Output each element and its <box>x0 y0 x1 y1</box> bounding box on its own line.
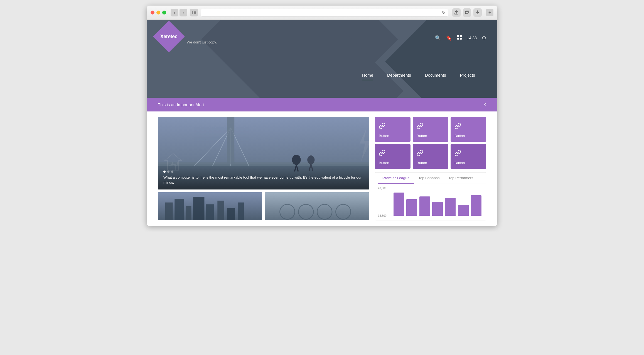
chart-y-labels: 20,000 13,500 <box>378 187 387 217</box>
svg-rect-8 <box>457 38 459 40</box>
grid-button-6-label: Button <box>454 161 465 165</box>
clock-display: 14:38 <box>467 36 477 40</box>
grid-button-5[interactable]: Button <box>413 144 448 169</box>
bookmark-icon[interactable]: 🔖 <box>446 35 452 41</box>
button-grid: Button Button Button <box>375 117 486 169</box>
svg-rect-2 <box>194 12 196 13</box>
grid-button-1[interactable]: Button <box>375 117 411 142</box>
lightning-icon <box>355 128 369 167</box>
site-nav: Home Departments Documents Projects <box>147 73 497 80</box>
grid-button-3-label: Button <box>454 134 465 138</box>
header-icons: 🔍 🔖 14:38 ⚙ <box>435 35 486 41</box>
nav-item-home[interactable]: Home <box>362 73 373 80</box>
logo-diamond: Xeretec <box>153 21 185 52</box>
svg-rect-6 <box>457 35 459 37</box>
traffic-lights <box>151 11 166 14</box>
tabs-widget: Premier League Top Bananas Top Performer… <box>375 172 486 220</box>
chart-bar-6 <box>458 205 468 216</box>
hero-dot-1[interactable] <box>163 171 166 173</box>
browser-actions <box>452 8 482 17</box>
hero-dots <box>163 171 364 173</box>
minimize-button[interactable] <box>156 11 160 14</box>
svg-point-18 <box>292 155 301 165</box>
hero-dot-3[interactable] <box>171 171 173 173</box>
grid-button-5-label: Button <box>417 161 427 165</box>
alert-bar: This is an Important Alert × <box>147 98 497 111</box>
svg-rect-35 <box>217 201 224 220</box>
grid-button-2[interactable]: Button <box>413 117 448 142</box>
svg-rect-34 <box>206 204 214 220</box>
svg-rect-33 <box>193 197 204 220</box>
bottom-images <box>158 192 369 220</box>
grid-button-6[interactable]: Button <box>451 144 486 169</box>
svg-rect-36 <box>227 208 235 220</box>
reload-button[interactable]: ↻ <box>442 10 445 15</box>
nav-item-documents[interactable]: Documents <box>425 73 446 80</box>
svg-rect-31 <box>174 199 184 220</box>
link-icon-1 <box>379 123 385 131</box>
svg-rect-32 <box>186 206 191 220</box>
sidebar-toggle-button[interactable] <box>190 9 198 16</box>
svg-rect-7 <box>460 35 462 37</box>
chart-y-label-mid: 13,500 <box>378 214 387 217</box>
link-icon-3 <box>454 123 461 131</box>
back-button[interactable]: ‹ <box>171 9 178 16</box>
hero-image: What a computer is to me is the most rem… <box>158 117 369 189</box>
chart-bar-4 <box>432 202 443 216</box>
chart-bar-3 <box>419 196 430 216</box>
grid-icon[interactable] <box>457 35 462 41</box>
svg-rect-9 <box>460 38 462 40</box>
window-button[interactable] <box>463 8 471 17</box>
link-icon-6 <box>454 150 461 158</box>
alert-message: This is an Important Alert <box>158 102 204 107</box>
chart-bar-2 <box>406 199 417 216</box>
svg-point-21 <box>307 155 314 164</box>
thumb-city <box>158 192 262 220</box>
address-bar[interactable]: ↻ <box>201 9 448 16</box>
grid-button-3[interactable]: Button <box>451 117 486 142</box>
svg-rect-1 <box>194 11 196 12</box>
tab-top-performers[interactable]: Top Performers <box>444 172 478 184</box>
right-column: Button Button Button <box>375 117 486 220</box>
settings-icon[interactable]: ⚙ <box>482 35 486 41</box>
link-icon-5 <box>417 150 423 158</box>
svg-rect-30 <box>165 203 173 220</box>
svg-marker-28 <box>360 128 369 162</box>
logo-text: Xeretec <box>160 34 178 40</box>
main-content: What a computer is to me is the most rem… <box>147 111 497 226</box>
forward-button[interactable]: › <box>180 9 187 16</box>
grid-button-2-label: Button <box>417 134 427 138</box>
svg-rect-0 <box>192 11 193 14</box>
alert-close-button[interactable]: × <box>483 102 486 108</box>
logo-tagline: We don't just copy. <box>187 40 217 44</box>
grid-button-4-label: Button <box>379 161 389 165</box>
chart-bar-1 <box>394 193 404 216</box>
left-column: What a computer is to me is the most rem… <box>158 117 369 220</box>
header-top: Xeretec We don't just copy. 🔍 🔖 <box>147 20 497 50</box>
search-icon[interactable]: 🔍 <box>435 35 441 41</box>
grid-button-4[interactable]: Button <box>375 144 411 169</box>
nav-item-departments[interactable]: Departments <box>387 73 411 80</box>
browser-window: ‹ › ↻ + <box>147 6 497 226</box>
thumb-city-bg <box>158 192 262 220</box>
svg-rect-3 <box>194 13 196 14</box>
hero-dot-2[interactable] <box>167 171 169 173</box>
share-button[interactable] <box>452 8 461 17</box>
site-content: Xeretec We don't just copy. 🔍 🔖 <box>147 20 497 226</box>
fullscreen-button[interactable] <box>162 11 166 14</box>
download-button[interactable] <box>473 8 482 17</box>
tab-premier-league[interactable]: Premier League <box>378 172 414 184</box>
chart-bar-5 <box>445 198 456 216</box>
nav-item-projects[interactable]: Projects <box>460 73 475 80</box>
new-tab-button[interactable]: + <box>486 9 493 16</box>
tab-top-bananas[interactable]: Top Bananas <box>414 172 444 184</box>
close-button[interactable] <box>151 11 154 14</box>
chart-bar-7 <box>471 195 481 216</box>
site-header: Xeretec We don't just copy. 🔍 🔖 <box>147 20 497 98</box>
grid-button-1-label: Button <box>379 134 389 138</box>
nav-arrows: ‹ › <box>171 9 187 16</box>
thumb-bikes <box>265 192 369 220</box>
svg-rect-17 <box>227 117 234 164</box>
hero-quote-text: What a computer is to me is the most rem… <box>163 175 364 185</box>
chart-y-label-top: 20,000 <box>378 187 387 190</box>
